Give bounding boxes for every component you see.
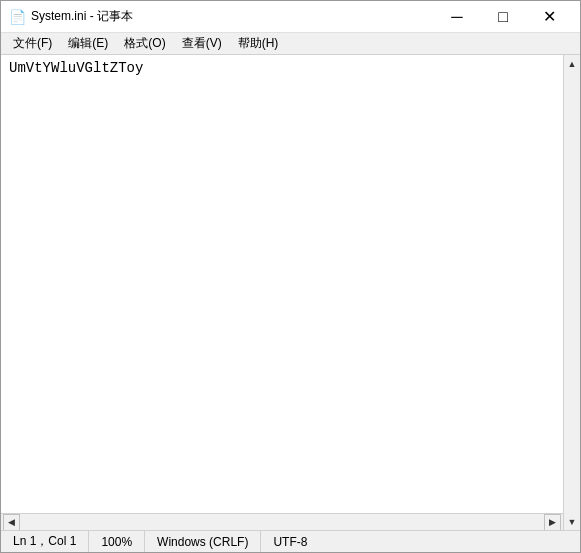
menu-help[interactable]: 帮助(H): [230, 33, 287, 55]
editor-wrapper: UmVtYWluVGltZToy ◀ ▶: [1, 55, 563, 530]
close-button[interactable]: ✕: [526, 1, 572, 33]
window-controls: ─ □ ✕: [434, 1, 572, 33]
cursor-position: Ln 1，Col 1: [1, 531, 89, 552]
maximize-button[interactable]: □: [480, 1, 526, 33]
editor-area[interactable]: UmVtYWluVGltZToy: [1, 55, 563, 513]
editor-content: UmVtYWluVGltZToy: [9, 59, 555, 79]
title-bar-left: 📄 System.ini - 记事本: [9, 8, 133, 25]
main-content: UmVtYWluVGltZToy ◀ ▶ ▲ ▼: [1, 55, 580, 530]
zoom-level: 100%: [89, 531, 145, 552]
minimize-button[interactable]: ─: [434, 1, 480, 33]
notepad-window: 📄 System.ini - 记事本 ─ □ ✕ 文件(F) 编辑(E) 格式(…: [0, 0, 581, 553]
menu-file[interactable]: 文件(F): [5, 33, 60, 55]
menu-edit[interactable]: 编辑(E): [60, 33, 116, 55]
title-bar: 📄 System.ini - 记事本 ─ □ ✕: [1, 1, 580, 33]
app-icon: 📄: [9, 9, 25, 25]
menu-view[interactable]: 查看(V): [174, 33, 230, 55]
encoding: UTF-8: [261, 531, 319, 552]
scroll-up-button[interactable]: ▲: [564, 55, 581, 72]
status-bar: Ln 1，Col 1 100% Windows (CRLF) UTF-8: [1, 530, 580, 552]
horizontal-scrollbar[interactable]: ◀ ▶: [1, 513, 563, 530]
menu-bar: 文件(F) 编辑(E) 格式(O) 查看(V) 帮助(H): [1, 33, 580, 55]
horizontal-scroll-track[interactable]: [20, 518, 544, 526]
scroll-left-button[interactable]: ◀: [3, 514, 20, 531]
scroll-down-button[interactable]: ▼: [564, 513, 581, 530]
vertical-scrollbar[interactable]: ▲ ▼: [563, 55, 580, 530]
line-ending: Windows (CRLF): [145, 531, 261, 552]
window-title: System.ini - 记事本: [31, 8, 133, 25]
scroll-right-button[interactable]: ▶: [544, 514, 561, 531]
menu-format[interactable]: 格式(O): [116, 33, 173, 55]
vertical-scroll-track[interactable]: [564, 72, 580, 513]
